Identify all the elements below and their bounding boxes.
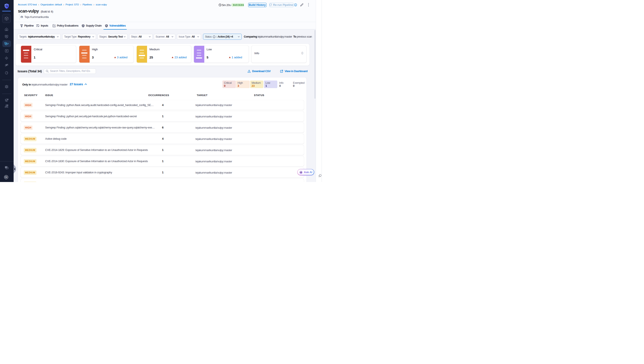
svg-text:?: ? (6, 166, 7, 168)
